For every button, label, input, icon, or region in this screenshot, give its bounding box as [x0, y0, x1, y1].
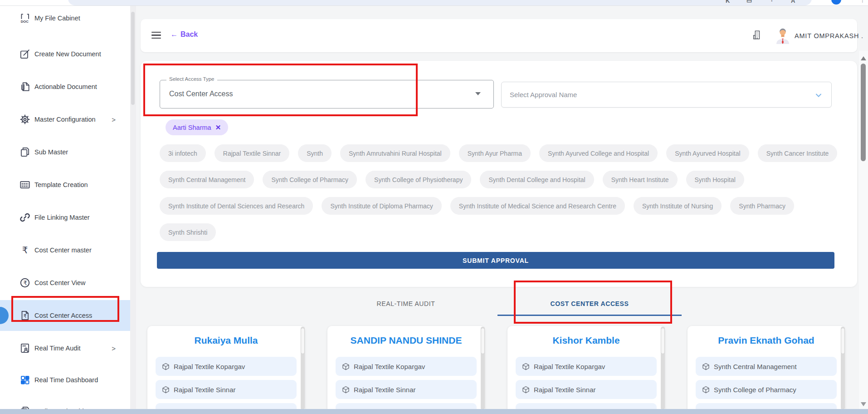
horizontal-scrollbar[interactable]: [0, 409, 868, 414]
sidebar-item-my-file-cabinet[interactable]: DOC My File Cabinet: [0, 8, 130, 28]
scroll-up-arrow-icon[interactable]: [861, 56, 866, 60]
browser-menu-icon[interactable]: ⋮: [860, 0, 865, 3]
sidebar-item-label: File Linking Master: [34, 214, 90, 221]
browser-extension-icon[interactable]: A: [791, 0, 795, 4]
scroll-down-arrow-icon[interactable]: [861, 402, 866, 406]
cost-center-chip[interactable]: Synth Dental College and Hospital: [480, 171, 594, 188]
cost-center-row[interactable]: Rajpal Textile Kopargav: [336, 357, 477, 376]
sidebar-item-cost-center-access[interactable]: ₹ Cost Center Access: [0, 306, 130, 325]
cost-center-chip[interactable]: 3i infotech: [160, 144, 206, 162]
back-button[interactable]: ← Back: [171, 30, 198, 39]
card-user-name: SANDIP NANDU SHINDE: [327, 335, 485, 346]
sidebar-item-master-configuration[interactable]: Master Configuration >: [0, 109, 130, 129]
approval-name-select[interactable]: Select Approval Name: [501, 82, 832, 108]
sidebar-item-real-time-dashboard[interactable]: Real Time Dashboard: [0, 370, 130, 390]
cost-center-chip[interactable]: Synth Ayurved Hospital: [666, 144, 749, 162]
cost-center-row[interactable]: Synth Central Management: [696, 357, 837, 376]
page-scrollbar-thumb[interactable]: [861, 64, 866, 161]
cost-center-chip[interactable]: Synth Institute of Nursing: [634, 197, 722, 215]
browser-extension-icon[interactable]: ·: [771, 0, 773, 4]
rupee-icon: ₹: [19, 244, 31, 256]
sidebar-item-real-time-audit[interactable]: Real Time Audit >: [0, 338, 130, 358]
cost-center-chip[interactable]: Synth Institute of Dental Sciences and R…: [160, 197, 313, 215]
active-tab-underline: [497, 315, 682, 316]
sidebar-item-template-creation[interactable]: Template Creation: [0, 175, 130, 195]
menu-hamburger-icon[interactable]: [151, 32, 161, 40]
remove-chip-icon[interactable]: ✕: [215, 123, 221, 132]
cost-center-row[interactable]: Rajpal Textile Sinnar: [156, 380, 297, 399]
access-type-select[interactable]: Select Access Type Cost Center Access: [160, 80, 494, 108]
user-avatar[interactable]: [774, 26, 792, 46]
link-icon: [19, 212, 31, 223]
cost-center-row[interactable]: Rajpal Textile Sinnar: [336, 380, 477, 399]
card-scrollbar-thumb[interactable]: [841, 328, 845, 354]
sidebar-item-actionable-document[interactable]: Actionable Document: [0, 77, 130, 97]
cost-center-chip[interactable]: Synth College of Physiotherapy: [366, 171, 471, 188]
cost-center-chip[interactable]: Synth Ayurved College and Hospital: [539, 144, 658, 162]
pages-icon: [19, 146, 31, 158]
cost-center-row[interactable]: Rajpal Textile Kopargav: [156, 357, 297, 376]
cost-center-chip[interactable]: Synth Pharmacy: [730, 197, 794, 215]
browser-extension-icon[interactable]: ▭: [746, 0, 752, 4]
cost-center-chip[interactable]: Synth Heart Institute: [603, 171, 678, 188]
cost-center-chip[interactable]: Synth Cancer Institute: [758, 144, 838, 162]
cost-center-chip[interactable]: Synth Institute of Medical Science and R…: [450, 197, 625, 215]
sidebar-item-cost-center-master[interactable]: ₹ Cost Center master: [0, 240, 130, 260]
cost-center-row[interactable]: Rajpal Textile Sinnar: [516, 380, 657, 399]
svg-text:DOC: DOC: [21, 20, 29, 24]
cost-center-row[interactable]: Synth College of Pharmacy: [696, 380, 837, 399]
actionable-document-icon: [19, 81, 31, 93]
cost-center-chip[interactable]: Synth College of Pharmacy: [263, 171, 357, 188]
cost-center-name: Rajpal Textile Kopargav: [354, 363, 425, 370]
card-user-name: Rukaiya Mulla: [147, 335, 305, 346]
sidebar-scrollbar-track[interactable]: [130, 6, 136, 414]
cost-center-chip[interactable]: Synth Shrishti: [160, 223, 216, 241]
cube-icon: [162, 386, 170, 394]
chevron-down-icon: [815, 92, 822, 99]
cost-center-chip[interactable]: Synth Institute of Diploma Pharmacy: [322, 197, 441, 215]
cost-center-chip[interactable]: Synth Hospital: [686, 171, 744, 188]
sidebar-item-label: Cost Center View: [34, 279, 86, 286]
user-name[interactable]: AMIT OMPRAKASH .: [795, 32, 863, 39]
organization-building-icon[interactable]: [752, 30, 762, 42]
sidebar-item-sub-master[interactable]: Sub Master: [0, 142, 130, 162]
cost-center-chip[interactable]: Synth: [298, 144, 332, 162]
sidebar: DOC My File Cabinet Create New Document …: [0, 6, 130, 414]
card-scrollbar-track[interactable]: [481, 327, 485, 409]
browser-address-bar[interactable]: [68, 0, 812, 5]
sidebar-item-cost-center-view[interactable]: ₹ Cost Center View: [0, 273, 130, 293]
card-scrollbar-track[interactable]: [841, 327, 845, 409]
card-scrollbar-thumb[interactable]: [301, 328, 305, 354]
cost-center-row[interactable]: Rajpal Textile Kopargav: [516, 357, 657, 376]
browser-profile-avatar[interactable]: [831, 0, 841, 5]
browser-extension-icon[interactable]: K: [726, 0, 730, 4]
cost-center-chip[interactable]: Synth Ayur Pharma: [459, 144, 531, 162]
submit-approval-button[interactable]: SUBMIT APPROVAL: [157, 252, 834, 269]
page-scrollbar-track[interactable]: [859, 51, 868, 414]
audit-doc-icon: [19, 342, 31, 354]
cost-center-chip[interactable]: Synth Amrutvahini Rural Hospital: [340, 144, 450, 162]
sidebar-item-label: Cost Center master: [34, 246, 92, 254]
browser-toolbar: K ▭ · A ⋮: [0, 0, 868, 6]
dashboard-grid-icon: [19, 374, 31, 386]
dropdown-caret-icon: [475, 92, 481, 95]
card-scrollbar-track[interactable]: [661, 327, 665, 409]
card-scrollbar-track[interactable]: [301, 327, 305, 409]
card-scrollbar-thumb[interactable]: [661, 328, 665, 354]
tab-real-time-audit[interactable]: REAL-TIME AUDIT: [317, 300, 494, 307]
card-user-name: Pravin Eknath Gohad: [688, 335, 845, 346]
cost-center-chip[interactable]: Rajpal Textile Sinnar: [215, 144, 289, 162]
cost-center-name: Rajpal Textile Kopargav: [534, 363, 605, 370]
sidebar-item-file-linking-master[interactable]: File Linking Master: [0, 207, 130, 227]
cost-center-name: Rajpal Textile Kopargav: [174, 363, 245, 370]
cube-icon: [702, 386, 710, 394]
gear-icon: [19, 113, 31, 125]
tab-cost-center-access[interactable]: COST CENTER ACCESS: [499, 300, 680, 307]
cost-center-chip[interactable]: Synth Central Management: [160, 171, 254, 188]
rupee-circle-icon: ₹: [19, 277, 31, 289]
sidebar-item-create-new-document[interactable]: Create New Document: [0, 44, 130, 64]
cube-icon: [342, 386, 350, 394]
sidebar-scrollbar-thumb[interactable]: [131, 12, 135, 105]
selected-approver-chip[interactable]: Aarti Sharma ✕: [166, 119, 228, 135]
card-scrollbar-thumb[interactable]: [481, 328, 485, 354]
